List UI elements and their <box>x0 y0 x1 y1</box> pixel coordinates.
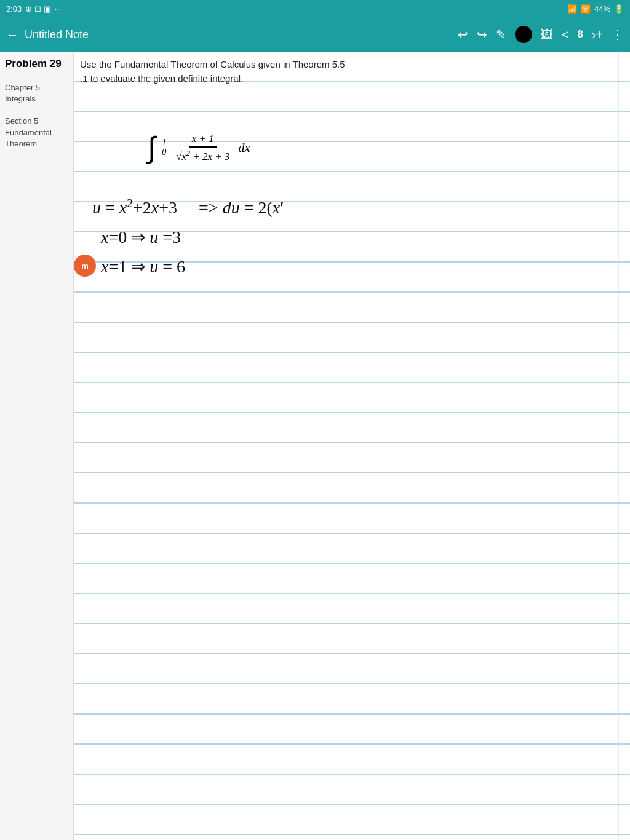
subsection-label: Section 5 Fundamental Theorem <box>5 116 68 149</box>
handwriting-area: u = x2+2x+3 => du = 2(x′ x=0 ⇒ u =3 x=1 … <box>92 193 612 281</box>
formula-area: ∫ 1 0 x + 1 √x2 + 2x + 3 dx <box>111 132 612 164</box>
hw-line-2: x=0 ⇒ u =3 <box>92 223 612 252</box>
integrand-fraction: x + 1 √x2 + 2x + 3 <box>173 132 232 164</box>
right-margin <box>618 52 619 840</box>
prev-page-button[interactable]: < <box>562 28 569 42</box>
pen-button[interactable]: ✎ <box>496 27 506 42</box>
sidebar: Problem 29 Chapter 5 Integrals Section 5… <box>0 52 74 840</box>
problem-text: Use the Fundamental Theorem of Calculus … <box>80 58 612 85</box>
integral-expression: ∫ 1 0 x + 1 √x2 + 2x + 3 dx <box>148 132 250 164</box>
integral-lower: 0 <box>162 148 166 157</box>
denominator-expr: x2 + 2x + 3 <box>182 151 230 162</box>
integral-symbol: ∫ <box>148 133 156 162</box>
status-icons: ⊕ ⊡ ▣ <box>25 4 50 14</box>
status-ellipsis: ··· <box>55 4 62 14</box>
problem-text-line1: Use the Fundamental Theorem of Calculus … <box>80 58 612 72</box>
problem-text-line2: .1 to evaluate the given definite integr… <box>80 72 612 86</box>
next-page-button[interactable]: ›+ <box>592 28 603 42</box>
status-bat-icon: 🔋 <box>614 4 624 14</box>
status-signal: 📶 <box>567 4 577 14</box>
dx-label: dx <box>239 141 250 155</box>
avatar-initials: m <box>81 261 89 271</box>
note-area[interactable]: Use the Fundamental Theorem of Calculus … <box>74 52 630 840</box>
status-wifi: 🛜 <box>581 4 591 14</box>
status-battery: 44% <box>594 4 610 14</box>
problem-label: Problem 29 <box>5 58 68 70</box>
status-time: 2:03 <box>6 4 22 14</box>
more-options-button[interactable]: ⋮ <box>612 27 624 42</box>
hw-line-3: x=1 ⇒ u = 6 <box>92 252 612 282</box>
back-button[interactable]: ← <box>6 28 18 42</box>
hw-line-1: u = x2+2x+3 => du = 2(x′ <box>92 193 612 223</box>
undo-button[interactable]: ↩ <box>458 27 468 42</box>
avatar: m <box>74 255 96 277</box>
main-area: Problem 29 Chapter 5 Integrals Section 5… <box>0 52 630 840</box>
redo-button[interactable]: ↪ <box>477 27 487 42</box>
note-title: Untitled Note <box>25 28 452 41</box>
denominator: √x2 + 2x + 3 <box>173 148 232 164</box>
page-number: 8 <box>578 29 583 40</box>
numerator: x + 1 <box>189 132 217 148</box>
lined-paper-background <box>74 52 630 840</box>
image-button[interactable]: 🖼 <box>541 28 553 42</box>
integral-limits: 1 0 <box>162 138 166 157</box>
chapter-label: Chapter 5 Integrals <box>5 82 68 105</box>
top-bar: ← Untitled Note ↩ ↪ ✎ 🖼 < 8 ›+ ⋮ <box>0 17 630 52</box>
integral-upper: 1 <box>162 138 166 148</box>
status-bar: 2:03 ⊕ ⊡ ▣ ··· 📶 🛜 44% 🔋 <box>0 0 630 17</box>
color-picker-button[interactable] <box>515 26 532 43</box>
